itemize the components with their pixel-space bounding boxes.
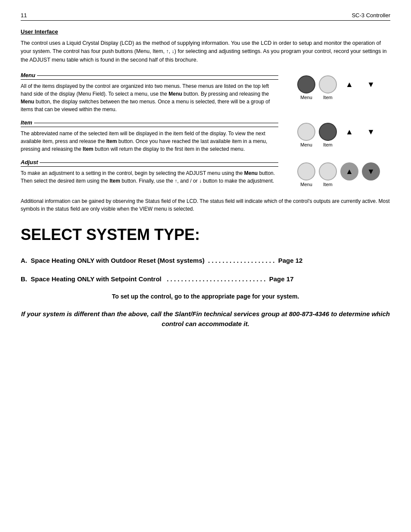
adjust-label-down [362, 182, 380, 187]
item-buttons-col: ▲ ▼ Menu Item [287, 119, 390, 147]
adjust-label: Adjust [21, 159, 38, 165]
menu-label-up [340, 95, 358, 100]
adjust-block: Adjust To make an adjustment to a settin… [21, 159, 390, 187]
system-option-a: A. Space Heating ONLY with Outdoor Reset… [21, 256, 390, 265]
menu-btn-menu [297, 75, 315, 93]
content-area: Menu All of the items displayed by the c… [21, 72, 390, 193]
option-a-page: Page 12 [278, 257, 303, 264]
select-system-section: SELECT SYSTEM TYPE: A. Space Heating ONL… [21, 226, 390, 329]
goto-line: To set up the control, go to the appropr… [21, 293, 390, 300]
call-line: If your system is different than the abo… [21, 309, 390, 329]
item-btn-menu [297, 123, 315, 141]
adjust-button-row: ▲ ▼ [297, 162, 380, 180]
system-option-b: B. Space Heating ONLY with Setpoint Cont… [21, 274, 390, 283]
header-page-num: 11 [21, 12, 27, 19]
adjust-buttons-col: ▲ ▼ Menu Item [287, 159, 390, 187]
item-btn-down: ▼ [362, 123, 380, 141]
page: 11 SC-3 Controller User Interface The co… [0, 0, 411, 532]
item-button-row: ▲ ▼ [297, 123, 380, 141]
menu-btn-labels: Menu Item [297, 95, 380, 100]
option-b-text: Space Heating ONLY with Setpoint Control… [31, 275, 269, 283]
header: 11 SC-3 Controller [21, 12, 390, 21]
intro-text: The control uses a Liquid Crystal Displa… [21, 39, 390, 64]
item-rule [21, 127, 278, 127]
item-label-menu: Menu [297, 142, 315, 147]
adjust-btn-down: ▼ [362, 162, 380, 180]
item-btn-labels: Menu Item [297, 142, 380, 147]
menu-label-menu: Menu [297, 95, 315, 100]
menu-desc: All of the items displayed by the contro… [21, 82, 278, 113]
menu-rule [21, 79, 278, 80]
item-label-down [362, 142, 380, 147]
adjust-rule [21, 166, 278, 167]
item-block: Item The abbreviated name of the selecte… [21, 119, 390, 153]
option-a-text: Space Heating ONLY with Outdoor Reset (M… [31, 257, 278, 264]
adjust-label-item: Item [319, 182, 337, 187]
menu-button-row: ▲ ▼ [297, 75, 380, 93]
item-desc: The abbreviated name of the selected ite… [21, 130, 278, 153]
menu-label: Menu [21, 72, 35, 78]
menu-label-down [362, 95, 380, 100]
select-system-title: SELECT SYSTEM TYPE: [21, 226, 390, 244]
option-b-letter: B. [21, 275, 31, 283]
item-btn-up: ▲ [340, 123, 358, 141]
header-title: SC-3 Controller [352, 12, 390, 19]
menu-text-col: Menu All of the items displayed by the c… [21, 72, 287, 113]
item-label-item: Item [319, 142, 337, 147]
section-title: User Interface [21, 28, 390, 35]
item-text-col: Item The abbreviated name of the selecte… [21, 119, 287, 153]
item-label: Item [21, 119, 32, 126]
footnote: Additional information can be gained by … [21, 197, 390, 213]
adjust-label-menu: Menu [297, 182, 315, 187]
menu-btn-down: ▼ [362, 75, 380, 93]
menu-label-item: Item [319, 95, 337, 100]
item-divider: Item [21, 119, 278, 127]
option-b-page: Page 17 [269, 275, 294, 283]
adjust-btn-labels: Menu Item [297, 182, 380, 187]
adjust-text-col: Adjust To make an adjustment to a settin… [21, 159, 287, 185]
menu-buttons-col: ▲ ▼ Menu Item [287, 72, 390, 100]
adjust-label-up [340, 182, 358, 187]
adjust-btn-menu [297, 162, 315, 180]
item-label-up [340, 142, 358, 147]
adjust-btn-item [319, 162, 337, 180]
item-btn-item [319, 123, 337, 141]
menu-block: Menu All of the items displayed by the c… [21, 72, 390, 113]
menu-btn-up: ▲ [340, 75, 358, 93]
adjust-desc: To make an adjustment to a setting in th… [21, 169, 278, 185]
option-a-letter: A. [21, 257, 31, 264]
adjust-btn-up: ▲ [340, 162, 358, 180]
menu-btn-item [319, 75, 337, 93]
menu-divider: Menu [21, 72, 278, 79]
adjust-divider: Adjust [21, 159, 278, 166]
